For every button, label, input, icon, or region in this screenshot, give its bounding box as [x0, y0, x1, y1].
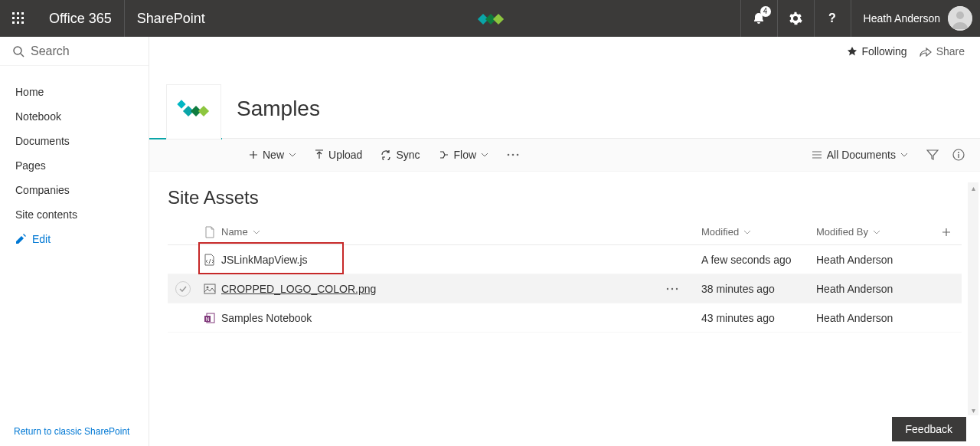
modified-by-value: Heath Anderson: [816, 254, 931, 266]
cmd-sync-label: Sync: [396, 149, 420, 161]
svg-point-21: [508, 154, 510, 156]
modified-value: 38 minutes ago: [701, 283, 816, 295]
column-name-label: Name: [221, 226, 248, 238]
svg-text:?: ?: [828, 11, 836, 25]
view-selector[interactable]: All Documents: [807, 138, 913, 172]
share-button[interactable]: Share: [920, 45, 965, 57]
chevron-down-icon: [743, 230, 751, 234]
modified-by-value: Heath Anderson: [816, 283, 931, 295]
file-name[interactable]: CROPPED_LOGO_COLOR.png: [221, 283, 701, 295]
nav-site-contents[interactable]: Site contents: [0, 202, 149, 227]
svg-point-25: [958, 152, 959, 153]
table-row[interactable]: JSLinkMapView.jsA few seconds agoHeath A…: [168, 245, 962, 274]
modified-value: 43 minutes ago: [701, 312, 816, 324]
svg-rect-11: [493, 14, 504, 25]
svg-rect-5: [21, 17, 24, 19]
scroll-down[interactable]: ▾: [968, 405, 978, 415]
chevron-down-icon: [253, 230, 260, 234]
nav-edit[interactable]: Edit: [0, 227, 149, 251]
svg-rect-20: [198, 106, 209, 116]
column-name[interactable]: Name: [221, 226, 701, 238]
file-name[interactable]: JSLinkMapView.js: [221, 254, 701, 266]
column-modified-label: Modified: [701, 226, 739, 238]
main-area: Following Share Samples New Upload: [149, 37, 980, 446]
info-icon: [952, 149, 965, 161]
cmd-new[interactable]: New: [240, 138, 305, 172]
sync-icon: [381, 149, 391, 160]
svg-point-32: [667, 287, 668, 289]
svg-rect-30: [204, 284, 215, 294]
feedback-button[interactable]: Feedback: [892, 417, 966, 441]
user-avatar[interactable]: [948, 6, 972, 31]
svg-rect-1: [17, 12, 19, 15]
nav-companies[interactable]: Companies: [0, 178, 149, 202]
upload-icon: [315, 149, 324, 160]
cmd-new-label: New: [263, 149, 284, 161]
cmd-sync[interactable]: Sync: [371, 138, 429, 172]
suite-bar: Office 365 SharePoint 4 ? Heath Anderson: [0, 0, 980, 37]
file-name[interactable]: Samples Notebook: [221, 312, 701, 324]
nav-pages[interactable]: Pages: [0, 153, 149, 178]
svg-rect-8: [21, 21, 24, 24]
list-icon: [812, 150, 822, 159]
svg-point-22: [512, 154, 514, 156]
svg-rect-0: [12, 12, 15, 15]
row-select[interactable]: [175, 281, 191, 297]
cmd-upload[interactable]: Upload: [305, 138, 371, 172]
notifications-button[interactable]: 4: [740, 0, 777, 37]
info-button[interactable]: [952, 149, 965, 161]
cmd-flow-label: Flow: [454, 149, 477, 161]
table-header: Name Modified Modified By: [168, 219, 962, 245]
ellipsis-icon: [507, 153, 519, 156]
app-label[interactable]: SharePoint: [125, 0, 217, 37]
add-column-button[interactable]: [931, 228, 962, 237]
settings-button[interactable]: [777, 0, 814, 37]
return-classic-link[interactable]: Return to classic SharePoint: [0, 417, 149, 446]
row-actions[interactable]: [666, 287, 678, 290]
column-type-icon[interactable]: [198, 226, 221, 238]
following-button[interactable]: Following: [847, 45, 907, 57]
question-icon: ?: [825, 11, 839, 25]
svg-rect-3: [12, 17, 15, 19]
nav-documents[interactable]: Documents: [0, 129, 149, 153]
nav-home[interactable]: Home: [0, 80, 149, 104]
nav-edit-label: Edit: [32, 233, 51, 245]
pencil-icon: [15, 234, 26, 244]
svg-point-23: [517, 154, 519, 156]
column-modified-by-label: Modified By: [816, 226, 868, 238]
avatar-icon: [948, 6, 972, 31]
flow-icon: [439, 149, 449, 160]
user-name[interactable]: Heath Anderson: [851, 0, 948, 37]
library-title: Site Assets: [149, 172, 980, 219]
filter-icon: [926, 149, 939, 160]
search-box[interactable]: Search: [0, 37, 149, 66]
table-row[interactable]: CROPPED_LOGO_COLOR.png38 minutes agoHeat…: [168, 274, 962, 303]
brand-label[interactable]: Office 365: [37, 0, 125, 37]
help-button[interactable]: ?: [814, 0, 851, 37]
star-icon: [847, 46, 858, 57]
site-logo[interactable]: [166, 84, 221, 139]
svg-rect-4: [17, 17, 19, 19]
column-modified[interactable]: Modified: [701, 226, 816, 238]
svg-rect-26: [958, 154, 959, 158]
app-launcher-button[interactable]: [0, 0, 37, 37]
cmd-flow[interactable]: Flow: [430, 138, 498, 172]
svg-point-34: [676, 287, 678, 289]
chevron-down-icon: [289, 152, 296, 157]
column-modified-by[interactable]: Modified By: [816, 226, 931, 238]
svg-rect-17: [177, 100, 185, 108]
filter-button[interactable]: [926, 149, 939, 160]
scrollbar[interactable]: ▴ ▾: [968, 182, 978, 415]
gear-icon: [789, 11, 802, 25]
notification-count: 4: [760, 6, 771, 17]
scroll-up[interactable]: ▴: [968, 182, 978, 193]
file-icon: [204, 226, 215, 238]
nav-notebook[interactable]: Notebook: [0, 104, 149, 129]
svg-rect-2: [21, 12, 24, 15]
waffle-icon: [12, 12, 24, 25]
plus-icon: [942, 228, 951, 237]
table-row[interactable]: NSamples Notebook43 minutes agoHeath And…: [168, 303, 962, 333]
share-label: Share: [936, 45, 965, 57]
plus-icon: [249, 150, 258, 159]
cmd-more[interactable]: [498, 138, 528, 172]
